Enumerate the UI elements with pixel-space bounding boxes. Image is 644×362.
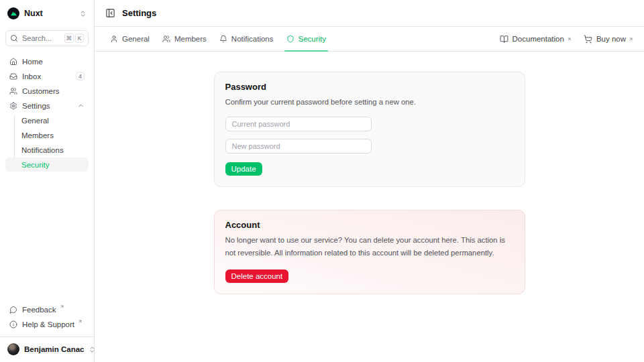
- gear-icon: [9, 102, 17, 110]
- home-icon: [9, 58, 17, 66]
- account-card: Account No longer want to use our servic…: [214, 210, 525, 294]
- search-shortcut: ⌘ K: [64, 34, 85, 43]
- bell-icon: [219, 35, 227, 43]
- account-card-description: No longer want to use our service? You c…: [225, 234, 514, 259]
- sidebar-item-members[interactable]: Members: [5, 128, 89, 142]
- avatar: [7, 343, 19, 355]
- sidebar-item-home[interactable]: Home: [5, 54, 89, 68]
- delete-account-button[interactable]: Delete account: [225, 269, 289, 283]
- kbd-meta: ⌘: [64, 34, 74, 43]
- documentation-label: Documentation: [513, 35, 564, 43]
- workspace-name: Nuxt: [24, 9, 43, 18]
- app-window: Nuxt Search... ⌘ K Home Inbox 4: [0, 0, 644, 362]
- users-icon: [162, 35, 170, 43]
- sidebar-item-notifications[interactable]: Notifications: [5, 143, 89, 157]
- nuxt-logo-icon: [7, 7, 19, 19]
- tab-members[interactable]: Members: [158, 27, 211, 51]
- header-toolbar: Documentation Buy now: [500, 35, 633, 44]
- external-link-icon: [567, 37, 572, 42]
- sub-item-label: Security: [21, 161, 50, 169]
- tab-notifications[interactable]: Notifications: [215, 27, 278, 51]
- inbox-count-badge: 4: [76, 72, 85, 80]
- shield-icon: [286, 35, 294, 43]
- inbox-icon: [9, 72, 17, 80]
- chevron-up-icon: [77, 102, 85, 109]
- sub-item-label: General: [21, 117, 49, 125]
- sidebar-footer-nav: Feedback Help & Support: [5, 302, 89, 331]
- user-icon: [110, 35, 118, 43]
- tab-label: General: [122, 35, 150, 43]
- sidebar-item-customers[interactable]: Customers: [5, 84, 89, 98]
- sidebar-nav: Home Inbox 4 Customers Settings General …: [5, 54, 89, 172]
- external-link-icon: [629, 37, 633, 42]
- workspace-selector[interactable]: Nuxt: [5, 5, 89, 21]
- panel-left-close-icon: [105, 8, 115, 18]
- sidebar-collapse-button[interactable]: [105, 8, 115, 18]
- tab-general[interactable]: General: [105, 27, 154, 51]
- sidebar-item-label: Settings: [22, 102, 50, 110]
- search-input[interactable]: Search... ⌘ K: [5, 30, 89, 46]
- sidebar-item-feedback[interactable]: Feedback: [5, 302, 89, 316]
- settings-submenu: General Members Notifications Security: [5, 113, 89, 172]
- page-title: Settings: [122, 8, 156, 18]
- sidebar-item-label: Help & Support: [22, 320, 74, 328]
- page-header: Settings: [95, 0, 644, 27]
- main-area: Settings General Members Notifications S…: [95, 0, 644, 362]
- sidebar: Nuxt Search... ⌘ K Home Inbox 4: [0, 0, 95, 362]
- info-circle-icon: [9, 320, 17, 328]
- sidebar-item-security[interactable]: Security: [5, 158, 89, 172]
- sidebar-item-label: Inbox: [22, 72, 41, 80]
- new-password-field[interactable]: [225, 139, 372, 154]
- chevrons-up-down-icon: [79, 10, 87, 17]
- password-card: Password Confirm your current password b…: [214, 72, 525, 187]
- external-link-icon: [78, 319, 83, 324]
- search-placeholder: Search...: [22, 34, 52, 42]
- shopping-cart-icon: [584, 35, 592, 44]
- users-icon: [9, 87, 17, 95]
- sidebar-spacer: [5, 172, 89, 294]
- sidebar-item-settings[interactable]: Settings: [5, 99, 89, 113]
- sub-item-label: Members: [21, 131, 54, 139]
- documentation-button[interactable]: Documentation: [500, 35, 572, 44]
- tab-label: Members: [174, 35, 207, 43]
- book-open-icon: [500, 35, 508, 44]
- update-password-button[interactable]: Update: [225, 162, 262, 176]
- tab-label: Security: [299, 35, 327, 43]
- settings-tabbar: General Members Notifications Security D…: [95, 27, 644, 52]
- sidebar-item-label: Customers: [22, 87, 60, 95]
- tab-label: Notifications: [231, 35, 274, 43]
- current-password-field[interactable]: [225, 117, 372, 131]
- sidebar-item-label: Home: [22, 58, 43, 66]
- security-panel: Password Confirm your current password b…: [95, 52, 644, 362]
- sub-item-label: Notifications: [21, 146, 64, 154]
- user-menu[interactable]: Benjamin Canac: [5, 343, 89, 357]
- message-circle-icon: [9, 306, 17, 314]
- account-card-title: Account: [225, 220, 514, 230]
- kbd-k: K: [75, 34, 84, 43]
- buy-now-label: Buy now: [596, 35, 626, 43]
- tab-security[interactable]: Security: [282, 27, 331, 51]
- user-name: Benjamin Canac: [24, 345, 84, 353]
- sidebar-item-inbox[interactable]: Inbox 4: [5, 69, 89, 83]
- sidebar-item-label: Feedback: [22, 306, 56, 314]
- buy-now-button[interactable]: Buy now: [584, 35, 633, 44]
- sidebar-item-help-support[interactable]: Help & Support: [5, 317, 89, 331]
- search-icon: [10, 34, 18, 42]
- sidebar-item-general[interactable]: General: [5, 113, 89, 127]
- external-link-icon: [60, 304, 64, 309]
- sidebar-divider: [0, 337, 94, 337]
- password-card-title: Password: [225, 82, 514, 92]
- password-card-description: Confirm your current password before set…: [225, 96, 514, 109]
